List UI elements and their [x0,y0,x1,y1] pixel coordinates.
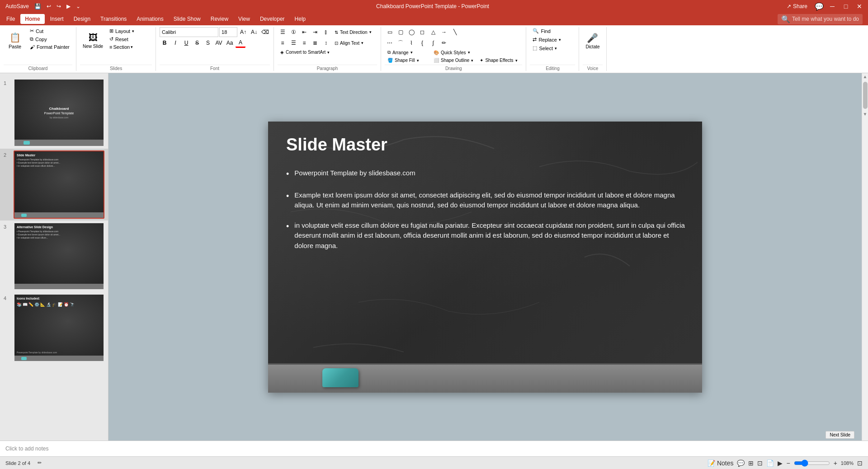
menu-help[interactable]: Help [290,14,311,24]
layout-button[interactable]: ⊞ Layout ▾ [107,27,152,35]
shadow-button[interactable]: S [203,38,213,48]
zoom-out-btn[interactable]: − [786,460,790,467]
next-slide-button[interactable]: Next Slide [826,431,854,439]
select-btn[interactable]: ⬚ Select ▾ [530,44,575,52]
shape-triangle-btn[interactable]: △ [428,27,438,37]
zoom-slider[interactable] [794,460,830,467]
scroll-thumb[interactable] [863,82,868,109]
minimize-button[interactable]: ─ [827,1,837,11]
increase-indent-btn[interactable]: ⇥ [310,27,320,37]
redo-btn[interactable]: ↪ [55,2,63,10]
menu-developer[interactable]: Developer [255,14,289,24]
menu-review[interactable]: Review [206,14,233,24]
replace-btn[interactable]: ⇄ Replace ▾ [530,36,575,43]
find-btn[interactable]: 🔍 Find [530,27,575,35]
increase-font-btn[interactable]: A↑ [238,27,248,37]
shape-brace-btn[interactable]: { [417,38,427,48]
quick-styles-btn[interactable]: 🎨 Quick Styles ▾ [431,49,476,56]
justify-btn[interactable]: ≣ [310,38,320,48]
share-button[interactable]: ↗ Share [783,2,811,10]
menu-design[interactable]: Design [69,14,95,24]
clear-format-btn[interactable]: ⌫ [260,27,270,37]
shape-circle-btn[interactable]: ◯ [406,27,416,37]
shape-more-btn[interactable]: ⋯ [385,38,395,48]
slide-thumb-1[interactable]: Chalkboard PowerPoint Template by slides… [14,79,104,147]
notes-button[interactable]: 📝 Notes [708,460,733,467]
search-box[interactable]: 🔍 Tell me what you want to do [778,14,863,24]
undo-btn[interactable]: ↩ [45,2,53,10]
strikethrough-button[interactable]: S [192,38,202,48]
shape-freeform-btn[interactable]: ✏ [439,38,449,48]
zoom-in-btn[interactable]: + [834,460,837,467]
format-painter-button[interactable]: 🖌 Format Painter [27,43,72,51]
slide-item-4[interactable]: 4 Icons Included: 📚📖✏️⚙️📐 🔬🎓📝⏰🔭 Powerpoi… [0,292,108,364]
align-left-btn[interactable]: ≡ [278,38,288,48]
slideshow-btn[interactable]: ▶ [778,460,783,467]
underline-button[interactable]: U [181,38,191,48]
slide-thumb-2[interactable]: Slide Master • Powerpoint Template by sl… [14,150,104,219]
reset-button[interactable]: ↺ Reset [107,35,152,43]
columns-btn[interactable]: ⫿ [321,27,331,37]
scroll-down-arrow[interactable]: ▼ [862,111,868,117]
copy-button[interactable]: ⧉ Copy [27,35,72,43]
slide-thumb-3[interactable]: Alternative Slide Design • Powerpoint Te… [14,222,104,291]
text-direction-btn[interactable]: ⇅ Text Direction ▾ [332,29,377,36]
font-size-input[interactable] [219,27,237,37]
shape-fill-btn[interactable]: 🪣 Shape Fill ▾ [385,57,430,64]
slide-item-3[interactable]: 3 Alternative Slide Design • Powerpoint … [0,220,108,292]
line-spacing-btn[interactable]: ↕ [321,38,331,48]
restore-button[interactable]: □ [841,1,851,11]
menu-slideshow[interactable]: Slide Show [169,14,205,24]
arrange-btn[interactable]: ⧉ Arrange ▾ [385,49,430,56]
convert-smartart-btn[interactable]: ◈ Convert to SmartArt ▾ [278,49,332,56]
notes-area[interactable]: Click to add notes [0,441,868,456]
align-center-btn[interactable]: ☰ [288,38,298,48]
paste-button[interactable]: 📋 Paste [4,27,26,54]
bold-button[interactable]: B [160,38,170,48]
shape-rect2-btn[interactable]: ◻ [417,27,427,37]
shape-square-btn[interactable]: ▭ [385,27,395,37]
align-text-btn[interactable]: ⊡ Align Text ▾ [332,40,377,47]
scroll-up-arrow[interactable]: ▲ [862,73,868,80]
shape-rtarrow-btn[interactable]: → [439,27,449,37]
autosave-toggle[interactable]: AutoSave [4,2,31,10]
reading-view-btn[interactable]: 📄 [766,460,774,467]
slide-item-2[interactable]: 2 Slide Master • Powerpoint Template by … [0,149,108,220]
font-name-input[interactable] [160,27,218,37]
section-button[interactable]: ≡ Section ▾ [107,43,152,51]
shape-outline-btn[interactable]: ⬜ Shape Outline ▾ [431,57,476,64]
align-right-btn[interactable]: ≡ [299,38,309,48]
close-button[interactable]: ✕ [854,1,864,11]
save-btn[interactable]: 💾 [33,2,43,10]
menu-view[interactable]: View [234,14,255,24]
comments-status-btn[interactable]: 💬 [737,460,745,467]
italic-button[interactable]: I [170,38,180,48]
normal-view-btn[interactable]: ⊞ [748,460,754,467]
change-case-btn[interactable]: Aa [225,38,235,48]
slide-sorter-btn[interactable]: ⊡ [757,460,763,467]
menu-transitions[interactable]: Transitions [96,14,131,24]
bullets-btn[interactable]: ☰ [278,27,288,37]
shape-arc-btn[interactable]: ⌒ [396,38,406,48]
decrease-indent-btn[interactable]: ⇤ [299,27,309,37]
fit-window-btn[interactable]: ⊡ [857,460,863,467]
slide-thumb-4[interactable]: Icons Included: 📚📖✏️⚙️📐 🔬🎓📝⏰🔭 Powerpoint… [14,294,104,362]
edit-slide-icon[interactable]: ✏ [38,460,42,466]
dictate-button[interactable]: 🎤 Dictate [583,27,602,54]
shape-connector-btn[interactable]: ⌇ [406,38,416,48]
new-slide-button[interactable]: 🖼 New Slide [80,27,106,54]
present-btn[interactable]: ▶ [65,2,72,10]
shape-line-btn[interactable]: ╲ [450,27,460,37]
comments-button[interactable]: 💬 [815,2,824,11]
slide-canvas[interactable]: Slide Master • Powerpoint Template by sl… [268,122,702,393]
menu-insert[interactable]: Insert [46,14,68,24]
menu-home[interactable]: Home [20,14,44,24]
shape-curve-btn[interactable]: ∫ [428,38,438,48]
slide-item-1[interactable]: 1 Chalkboard PowerPoint Template by slid… [0,77,108,149]
cut-button[interactable]: ✂ Cut [27,27,72,35]
shape-effects-btn[interactable]: ✦ Shape Effects ▾ [477,57,522,64]
shape-rounded-btn[interactable]: ▢ [396,27,406,37]
menu-animations[interactable]: Animations [132,14,168,24]
char-spacing-btn[interactable]: AV [214,38,224,48]
numbering-btn[interactable]: ① [288,27,298,37]
